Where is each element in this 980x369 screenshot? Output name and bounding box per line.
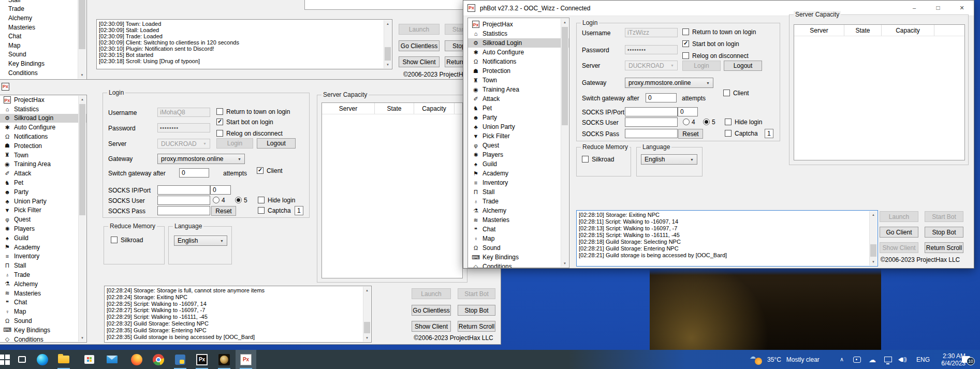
scrollbar-thumb[interactable] — [79, 0, 85, 49]
scroll-up-icon[interactable]: ▲ — [363, 287, 371, 294]
tray-chevron[interactable]: ∧ — [840, 350, 844, 369]
launch-button[interactable]: Launch — [880, 211, 918, 222]
taskbar-file-explorer[interactable] — [53, 350, 74, 369]
sidebar-item[interactable]: ⚗ Alchemy — [0, 279, 86, 289]
sidebar-item[interactable]: ♠ Guild — [468, 159, 569, 169]
game-client-window[interactable] — [650, 268, 881, 350]
scroll-down-icon[interactable]: ▼ — [78, 71, 86, 79]
sidebar-item[interactable]: ≡ Inventory — [468, 178, 569, 187]
action-center[interactable]: 10 — [962, 350, 970, 369]
sidebar-list[interactable]: Px ProjectHax ⌂ Statistics ⚙ Silkroad Lo… — [467, 18, 569, 268]
sidebar-item[interactable]: ☻ Party — [468, 113, 569, 122]
socks5-radio[interactable] — [235, 197, 242, 203]
sidebar-item[interactable]: ♠ Guild — [0, 233, 86, 243]
sidebar-item[interactable]: ≡ Inventory — [0, 252, 86, 261]
launch-button[interactable]: Launch — [412, 288, 451, 299]
launch-button[interactable]: Launch — [399, 24, 440, 35]
return-town-checkbox[interactable] — [216, 108, 223, 115]
hide-login-checkbox[interactable] — [725, 119, 732, 125]
column-state[interactable]: State — [375, 103, 414, 114]
sidebar-item[interactable]: ☗ Protection — [468, 66, 569, 76]
socks5-radio[interactable] — [703, 119, 710, 125]
start-bot-button[interactable]: Start Bot — [925, 211, 963, 222]
socks-ip-field[interactable] — [625, 107, 678, 116]
scroll-down-icon[interactable]: ▼ — [384, 61, 391, 68]
go-clientless-button[interactable]: Go Clientless — [399, 40, 440, 51]
sidebar-item[interactable]: ♜ Town — [0, 151, 86, 160]
column-state[interactable]: State — [844, 25, 882, 36]
sidebar-item[interactable]: Chat — [0, 32, 86, 41]
client-checkbox[interactable] — [723, 90, 730, 96]
sidebar-item[interactable]: ✺ Players — [468, 150, 569, 159]
username-field[interactable]: iTzWizz — [625, 28, 678, 37]
taskbar-edge[interactable] — [32, 350, 53, 369]
scrollbar-thumb[interactable] — [79, 104, 85, 215]
start-bot-login-checkbox[interactable] — [216, 119, 223, 125]
sidebar-item[interactable]: Π Stall — [0, 261, 86, 270]
sidebar-item[interactable]: ⚑ Academy — [0, 243, 86, 252]
background-window-edge[interactable] — [304, 0, 466, 10]
scrollbar[interactable]: ▼ — [78, 0, 86, 79]
captcha-checkbox[interactable] — [725, 130, 732, 137]
show-client-button[interactable]: Show Client — [399, 56, 440, 67]
sidebar-item[interactable]: Px ProjectHax — [468, 20, 569, 29]
server-capacity-table[interactable]: Server State Capacity — [794, 24, 965, 160]
captcha-count-field[interactable]: 1 — [765, 129, 773, 138]
tray-language[interactable]: ENG — [916, 350, 930, 369]
sidebar-item[interactable]: ◉ Training Area — [468, 85, 569, 94]
scroll-down-icon[interactable]: ▼ — [363, 334, 371, 342]
sidebar-list[interactable]: ▼ StallTradeAlchemyMasteriesChatMapSound… — [0, 0, 87, 79]
sidebar-list[interactable]: ▲ ▼ Px ProjectHax ⌂ Statistics ⚙ Silkroa… — [0, 95, 87, 343]
sidebar-item[interactable]: ≋ Masteries — [0, 289, 86, 298]
sidebar-item[interactable]: ◇ Conditions — [468, 262, 569, 268]
show-client-button[interactable]: Show Client — [880, 242, 918, 253]
scrollbar-thumb[interactable] — [870, 244, 876, 257]
column-capacity[interactable]: Capacity — [882, 25, 934, 36]
sidebar-item[interactable]: ☻ Party — [0, 187, 86, 197]
sidebar-item[interactable]: Ω Notifications — [468, 57, 569, 66]
tray-volume[interactable]: )) — [898, 350, 906, 369]
socks-ip-field[interactable] — [157, 185, 210, 195]
hide-login-checkbox[interactable] — [258, 197, 265, 203]
scroll-down-icon[interactable]: ▼ — [561, 260, 568, 267]
reset-button[interactable]: Reset — [211, 206, 236, 216]
sidebar-item[interactable]: φ Quest — [0, 215, 86, 224]
socks-port-field[interactable]: 0 — [678, 107, 698, 116]
password-field[interactable]: •••••••• — [625, 45, 678, 54]
sidebar-item[interactable]: Sound — [0, 50, 86, 60]
scroll-up-icon[interactable]: ▲ — [561, 19, 568, 26]
sidebar-item[interactable]: ◇ Conditions — [0, 335, 86, 343]
sidebar-item[interactable]: ☗ Protection — [0, 141, 86, 151]
column-capacity[interactable]: Capacity — [414, 103, 455, 114]
sidebar-item[interactable]: ≋ Masteries — [468, 215, 569, 225]
titlebar[interactable]: Px phBot v27.3.2 - OOC_Wizz - Connected — [463, 1, 974, 16]
sidebar-item[interactable]: Ω Sound — [0, 316, 86, 326]
sidebar-item[interactable]: Conditions — [0, 68, 86, 78]
login-button[interactable]: Login — [682, 61, 721, 71]
socks-pass-field[interactable] — [625, 129, 678, 138]
tray-cast[interactable] — [853, 350, 861, 369]
socks-pass-field[interactable] — [157, 206, 210, 215]
server-capacity-table[interactable]: Server State Capacity — [321, 102, 463, 278]
sidebar-item[interactable]: ✐ Attack — [0, 169, 86, 178]
log-output[interactable]: [02:30:09] Town: Loaded[02:30:09] Stall:… — [96, 19, 392, 69]
taskbar-mail[interactable] — [101, 350, 122, 369]
switch-gateway-field[interactable]: 0 — [646, 93, 677, 102]
sidebar-item[interactable]: ⚙ Silkroad Login — [468, 38, 569, 48]
start-bot-login-checkbox[interactable] — [682, 40, 689, 47]
column-server[interactable]: Server — [322, 103, 375, 114]
sidebar-item[interactable]: ✱ Auto Configure — [468, 48, 569, 57]
log-output[interactable]: [02:28:10] Storage: Exiting NPC[02:28:11… — [576, 210, 878, 267]
sidebar-item[interactable]: ♁ Trade — [0, 270, 86, 279]
sidebar-item[interactable]: ♜ Town — [468, 76, 569, 85]
language-dropdown[interactable]: English▼ — [174, 235, 227, 246]
taskbar-silkroad[interactable] — [214, 350, 235, 369]
sidebar-item[interactable]: ❝ Chat — [0, 298, 86, 307]
socks-port-field[interactable]: 0 — [210, 185, 231, 195]
sidebar-item[interactable]: Map — [0, 41, 86, 50]
return-scroll-button[interactable]: Return Scroll — [925, 242, 963, 253]
sidebar-item[interactable]: Px ProjectHax — [0, 95, 86, 105]
silkroad-checkbox[interactable] — [582, 156, 589, 163]
sidebar-item[interactable]: ✱ Auto Configure — [0, 123, 86, 132]
column-server[interactable]: Server — [794, 25, 844, 36]
